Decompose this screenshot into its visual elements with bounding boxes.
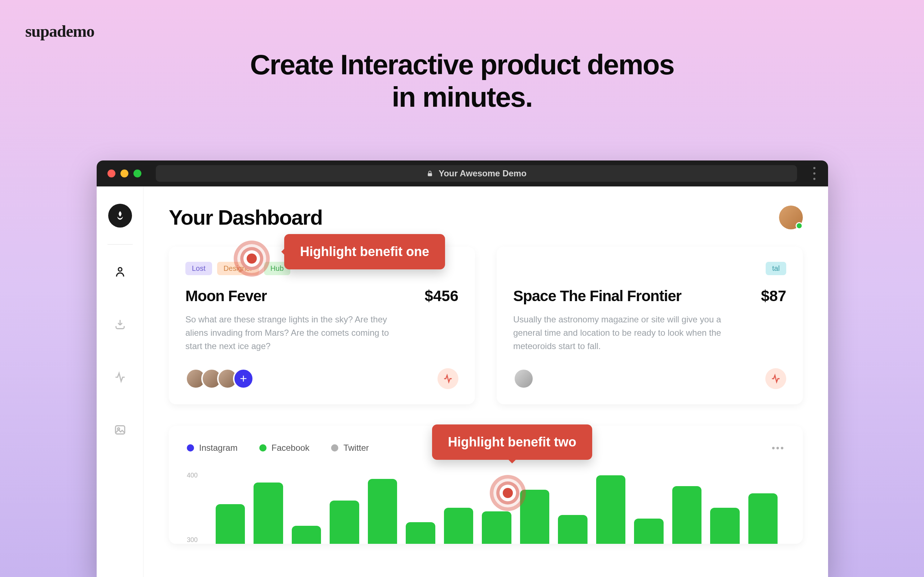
legend-twitter[interactable]: Twitter <box>331 443 369 453</box>
url-bar[interactable]: Your Awesome Demo <box>156 165 797 182</box>
browser-chrome: Your Awesome Demo <box>97 161 828 187</box>
tooltip-benefit-one: Highlight benefit one <box>284 234 445 269</box>
traffic-lights <box>108 169 141 177</box>
chart-bar <box>710 508 739 544</box>
card-price: $87 <box>761 287 786 305</box>
svg-rect-0 <box>428 173 432 176</box>
user-avatar[interactable] <box>779 206 803 229</box>
app-frame: Your Dashboard Lost Designer Hub Moon Fe… <box>97 187 828 577</box>
svg-point-1 <box>118 268 122 271</box>
member-avatar[interactable] <box>513 368 534 389</box>
chart-bar <box>634 519 663 544</box>
chart-bar <box>330 501 359 544</box>
legend-facebook[interactable]: Facebook <box>259 443 310 453</box>
brand-logo: supademo <box>25 22 94 41</box>
chart-bar <box>520 490 549 544</box>
activity-icon[interactable] <box>765 368 786 389</box>
chart-bar <box>444 508 473 544</box>
browser-menu-icon[interactable] <box>811 167 817 180</box>
sidebar-activity-icon[interactable] <box>113 370 127 384</box>
avatar-stack: + <box>185 368 254 389</box>
headline-line-1: Create Interactive product demos <box>250 49 674 81</box>
window-zoom-icon[interactable] <box>134 169 141 177</box>
svg-rect-2 <box>115 426 125 434</box>
tooltip-benefit-two: Highlight benefit two <box>432 424 592 460</box>
chart-bar <box>596 475 626 544</box>
y-axis: 400 300 <box>187 472 208 544</box>
activity-icon[interactable] <box>437 368 458 389</box>
main-header: Your Dashboard <box>169 205 803 229</box>
window-minimize-icon[interactable] <box>121 169 128 177</box>
page-title: Your Dashboard <box>169 205 323 229</box>
headline-line-2: in minutes. <box>392 81 532 113</box>
presence-indicator <box>796 222 803 229</box>
add-member-button[interactable]: + <box>233 368 254 389</box>
card-title: Moon Fever <box>185 287 267 305</box>
page-headline: Create Interactive product demos in minu… <box>0 49 924 113</box>
chart-more-icon[interactable]: ••• <box>772 443 785 454</box>
tag-lost[interactable]: Lost <box>185 262 212 275</box>
window-close-icon[interactable] <box>108 169 115 177</box>
tag-tal[interactable]: tal <box>766 262 786 275</box>
tag-row: tal <box>513 262 786 275</box>
chart-bar <box>482 511 511 544</box>
sidebar-download-icon[interactable] <box>113 318 127 332</box>
card-moon-fever[interactable]: Lost Designer Hub Moon Fever $456 So wha… <box>169 247 475 404</box>
sidebar-user-icon[interactable] <box>113 265 127 279</box>
y-tick: 400 <box>187 472 208 479</box>
sidebar-divider <box>108 244 133 245</box>
card-body: So what are these strange lights in the … <box>185 313 395 353</box>
card-body: Usually the astronomy magazine or site w… <box>513 313 722 353</box>
legend-instagram[interactable]: Instagram <box>187 443 238 453</box>
chart-bars <box>216 472 777 544</box>
lock-icon <box>426 169 434 177</box>
chart-bar <box>748 493 777 544</box>
cards-row: Lost Designer Hub Moon Fever $456 So wha… <box>169 247 803 404</box>
sidebar-image-icon[interactable] <box>113 423 127 437</box>
sidebar <box>97 187 144 577</box>
url-label: Your Awesome Demo <box>439 168 527 179</box>
tag-designer[interactable]: Designer <box>217 262 259 275</box>
chart-bar <box>216 504 245 544</box>
avatar-stack <box>513 368 534 389</box>
chart-bar <box>368 479 397 544</box>
chart-area: 400 300 <box>187 472 785 544</box>
browser-window: Your Awesome Demo <box>97 161 828 577</box>
card-price: $456 <box>425 287 458 305</box>
chart-bar <box>253 482 283 544</box>
card-space-frontier[interactable]: tal Space The Final Frontier $87 Usually… <box>497 247 803 404</box>
chart-bar <box>406 522 435 544</box>
chart-bar <box>292 526 321 544</box>
main-content: Your Dashboard Lost Designer Hub Moon Fe… <box>144 187 828 577</box>
card-title: Space The Final Frontier <box>513 287 681 305</box>
y-tick: 300 <box>187 536 208 544</box>
chart-bar <box>672 486 701 544</box>
app-logo-icon[interactable] <box>108 204 132 227</box>
chart-bar <box>558 515 587 544</box>
